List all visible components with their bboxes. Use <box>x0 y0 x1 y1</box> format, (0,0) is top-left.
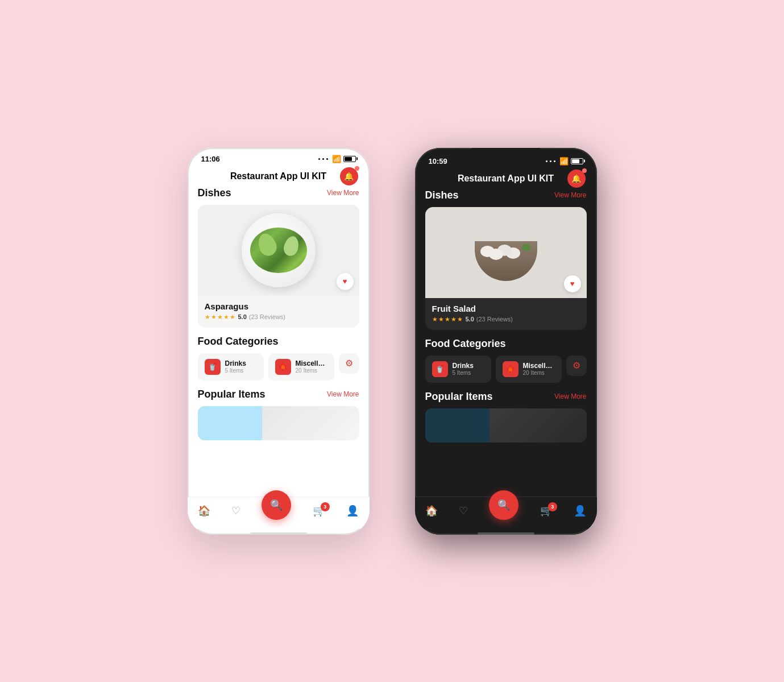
search-fab-dark[interactable]: 🔍 <box>489 490 518 520</box>
notification-button-dark[interactable]: 🔔 <box>567 170 586 188</box>
nav-favorites-light[interactable]: ♡ <box>231 505 240 517</box>
popular-preview-light <box>198 406 359 440</box>
favorite-button-dish-dark[interactable]: ♥ <box>564 275 581 292</box>
misc-info-light: Miscellaneous 20 Items <box>296 359 327 374</box>
categories-row-light: 🥤 Drinks 5 Items 🍁 Miscellaneous <box>198 353 359 381</box>
battery-icon-light <box>343 156 356 162</box>
favorite-button-dish-light[interactable]: ♥ <box>337 273 354 290</box>
more-icon-light: ⚙ <box>345 358 353 369</box>
plate-illustration <box>242 213 316 287</box>
notification-button-light[interactable]: 🔔 <box>340 167 358 185</box>
nav-home-light[interactable]: 🏠 <box>198 505 210 517</box>
nav-cart-light[interactable]: 🛒 3 <box>313 505 325 517</box>
cart-badge-light: 3 <box>321 502 330 511</box>
drinks-name-light: Drinks <box>225 359 246 367</box>
dish-rating-light: ★★★★★ 5.0 (23 Reviews) <box>205 313 352 321</box>
rating-value-dark: 5.0 <box>466 316 474 323</box>
drinks-name-dark: Drinks <box>453 362 474 370</box>
category-drinks-dark[interactable]: 🥤 Drinks 5 Items <box>425 356 491 383</box>
notification-dot-light <box>355 166 359 171</box>
category-more-dark[interactable]: ⚙ <box>566 356 587 376</box>
popular-view-more-light[interactable]: View More <box>327 390 359 398</box>
category-more-light[interactable]: ⚙ <box>339 353 359 374</box>
popular-color-bar-light <box>198 406 263 440</box>
drinks-count-light: 5 Items <box>225 367 246 374</box>
drinks-icon-wrap-light: 🥤 <box>205 359 221 375</box>
battery-fill-dark <box>572 159 580 163</box>
app-title-dark: Restaurant App UI KIT <box>458 173 554 184</box>
categories-section-light: Food Categories 🥤 Drinks 5 Items <box>198 336 359 381</box>
dish-name-light: Asparagus <box>205 301 352 311</box>
drinks-count-dark: 5 Items <box>453 370 474 376</box>
dishes-title-light: Dishes <box>198 187 231 199</box>
drinks-icon-light: 🥤 <box>208 363 217 371</box>
battery-fill-light <box>345 157 352 161</box>
notification-dot-dark <box>582 168 587 173</box>
app-title-light: Restaurant App UI KIT <box>230 171 326 181</box>
drinks-info-dark: Drinks 5 Items <box>453 362 474 376</box>
search-fab-light[interactable]: 🔍 <box>262 490 291 520</box>
heart-nav-icon-dark: ♡ <box>459 505 468 517</box>
wifi-icon-light: 📶 <box>332 155 341 163</box>
home-bar-dark <box>478 532 534 535</box>
category-drinks-light[interactable]: 🥤 Drinks 5 Items <box>198 353 264 381</box>
battery-icon-dark <box>571 158 583 164</box>
popular-view-more-dark[interactable]: View More <box>554 392 586 400</box>
misc-icon-light: 🍁 <box>279 363 287 371</box>
phone-light: 11:06 📶 Restaurant App UI KIT 🔔 <box>188 148 370 535</box>
app-header-light: Restaurant App UI KIT 🔔 <box>188 167 370 187</box>
heart-icon-dark: ♥ <box>570 279 575 288</box>
nav-cart-dark[interactable]: 🛒 3 <box>540 505 553 517</box>
bell-icon-dark: 🔔 <box>571 174 581 183</box>
popular-section-light: Popular Items View More <box>198 388 359 440</box>
more-icon-dark: ⚙ <box>573 360 580 371</box>
category-misc-light[interactable]: 🍁 Miscellaneous 20 Items <box>268 353 334 381</box>
popular-header-light: Popular Items View More <box>198 388 359 400</box>
dishes-view-more-light[interactable]: View More <box>327 189 359 197</box>
dishes-section-header-dark: Dishes View More <box>425 189 587 201</box>
home-bar-light <box>250 532 307 535</box>
signal-dot-1 <box>318 158 320 160</box>
bowl-shape <box>475 241 537 281</box>
drinks-info-light: Drinks 5 Items <box>225 359 246 374</box>
dish-card-light[interactable]: ♥ Asparagus ★★★★★ 5.0 (23 Reviews) <box>198 205 359 328</box>
nav-profile-light[interactable]: 👤 <box>346 505 359 517</box>
categories-row-dark: 🥤 Drinks 5 Items 🍁 Miscellaneous <box>425 356 587 383</box>
dish-info-dark: Fruit Salad ★★★★★ 5.0 (23 Reviews) <box>425 298 587 330</box>
bottom-nav-light: 🏠 ♡ 🔍 🛒 3 👤 <box>188 497 370 529</box>
categories-title-dark: Food Categories <box>425 338 506 350</box>
cart-badge-dark: 3 <box>548 502 557 511</box>
dish-image-light: ♥ <box>198 205 359 296</box>
dish-rating-dark: ★★★★★ 5.0 (23 Reviews) <box>432 316 580 323</box>
nav-profile-dark[interactable]: 👤 <box>574 505 586 517</box>
dish-card-dark[interactable]: ♥ Fruit Salad ★★★★★ 5.0 (23 Reviews) <box>425 207 587 330</box>
dishes-title-dark: Dishes <box>425 189 459 201</box>
categories-header-light: Food Categories <box>198 336 359 348</box>
notch-dark <box>472 148 540 162</box>
wifi-icon-dark: 📶 <box>559 157 569 166</box>
dishes-view-more-dark[interactable]: View More <box>554 191 586 199</box>
misc-icon-wrap-light: 🍁 <box>275 359 291 375</box>
popular-title-dark: Popular Items <box>425 391 493 403</box>
misc-info-dark: Miscellaneous 20 Items <box>523 362 555 376</box>
status-icons-light: 📶 <box>318 155 356 163</box>
dishes-section-header-light: Dishes View More <box>198 187 359 199</box>
home-icon-dark: 🏠 <box>425 505 438 517</box>
signal-dot-dark-1 <box>546 160 547 162</box>
stars-dark: ★★★★★ <box>432 316 463 323</box>
popular-title-light: Popular Items <box>198 388 266 400</box>
status-bar-light: 11:06 📶 <box>188 148 370 167</box>
category-misc-dark[interactable]: 🍁 Miscellaneous 20 Items <box>496 356 562 383</box>
signal-dot-2 <box>322 158 324 160</box>
status-time-light: 11:06 <box>201 155 220 163</box>
misc-name-light: Miscellaneous <box>296 359 327 367</box>
review-count-dark: (23 Reviews) <box>476 316 513 323</box>
bowl-illustration <box>472 224 540 281</box>
nav-favorites-dark[interactable]: ♡ <box>459 505 468 517</box>
misc-icon-dark: 🍁 <box>506 365 515 373</box>
nav-home-dark[interactable]: 🏠 <box>425 505 438 517</box>
drinks-icon-dark: 🥤 <box>435 365 444 373</box>
signal-dot-dark-3 <box>554 160 555 162</box>
home-icon-light: 🏠 <box>198 505 210 517</box>
categories-header-dark: Food Categories <box>425 338 587 350</box>
